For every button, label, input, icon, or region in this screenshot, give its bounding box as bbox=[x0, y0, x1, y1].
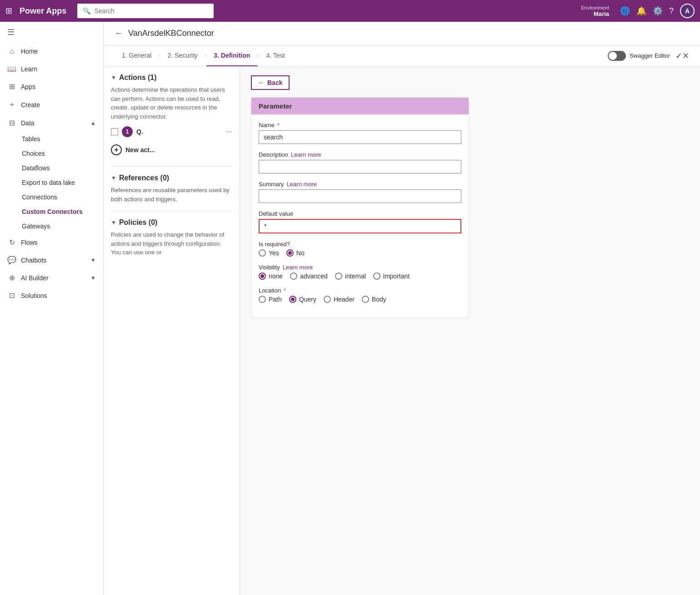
ai-builder-icon: ⊕ bbox=[7, 273, 16, 282]
sidebar-item-solutions[interactable]: ⊡ Solutions bbox=[0, 287, 103, 304]
action-checkbox[interactable] bbox=[111, 128, 118, 135]
env-label: Environment bbox=[581, 5, 609, 10]
visibility-none[interactable]: none bbox=[259, 273, 283, 280]
sidebar-item-choices[interactable]: Choices bbox=[15, 146, 103, 161]
visibility-radio-group: none advanced internal bbox=[259, 273, 461, 280]
location-path-circle bbox=[259, 296, 266, 303]
action-letter: Q. bbox=[136, 128, 143, 135]
sidebar-section-data[interactable]: ⊟ Data ▲ bbox=[0, 114, 103, 132]
action-more-dots[interactable]: ··· bbox=[226, 128, 232, 136]
grid-icon[interactable]: ⊞ bbox=[5, 6, 12, 16]
actions-collapse-icon[interactable]: ▼ bbox=[111, 74, 116, 81]
visibility-important-circle bbox=[373, 273, 380, 280]
visibility-internal[interactable]: internal bbox=[335, 273, 366, 280]
visibility-important[interactable]: important bbox=[373, 273, 410, 280]
visibility-learn-link[interactable]: Learn more bbox=[283, 264, 313, 271]
sidebar-item-home[interactable]: ⌂ Home bbox=[0, 43, 103, 60]
sidebar-item-tables[interactable]: Tables bbox=[15, 132, 103, 146]
location-path-label: Path bbox=[269, 296, 282, 303]
radio-no[interactable]: No bbox=[286, 249, 305, 257]
main-layout: ☰ ⌂ Home 📖 Learn ⊞ Apps ＋ Create ⊟ Data … bbox=[0, 22, 700, 595]
description-learn-link[interactable]: Learn more bbox=[291, 151, 321, 158]
radio-no-label: No bbox=[296, 249, 305, 257]
globe-icon[interactable]: 🌐 bbox=[620, 6, 630, 16]
references-title: References (0) bbox=[119, 174, 169, 182]
data-subitems: Tables Choices Dataflows Export to data … bbox=[0, 132, 103, 233]
new-action-button[interactable]: + New act... bbox=[111, 141, 232, 159]
location-body[interactable]: Body bbox=[362, 296, 386, 303]
environment-info: Environment Maria bbox=[581, 5, 609, 17]
settings-icon[interactable]: ⚙️ bbox=[653, 6, 663, 16]
back-icon[interactable]: ← bbox=[115, 29, 123, 38]
sidebar-item-connections[interactable]: Connections bbox=[15, 190, 103, 204]
tab-security[interactable]: 2. Security bbox=[160, 45, 205, 66]
apps-icon: ⊞ bbox=[7, 82, 16, 91]
avatar[interactable]: A bbox=[680, 4, 695, 18]
sidebar-section-ai-builder[interactable]: ⊕ AI Builder ▼ bbox=[0, 269, 103, 287]
location-radio-group: Path Query Header bbox=[259, 296, 461, 303]
sidebar-item-create[interactable]: ＋ Create bbox=[0, 95, 103, 114]
radio-yes-label: Yes bbox=[269, 249, 279, 257]
tab-security-label: 2. Security bbox=[168, 52, 198, 59]
sidebar-item-export[interactable]: Export to data lake bbox=[15, 175, 103, 190]
swagger-toggle-area: Swagger Editor bbox=[608, 51, 670, 61]
data-icon: ⊟ bbox=[7, 119, 16, 127]
policies-collapse-icon[interactable]: ▼ bbox=[111, 219, 116, 226]
description-input[interactable] bbox=[259, 160, 461, 174]
visibility-none-circle bbox=[259, 273, 266, 280]
location-path[interactable]: Path bbox=[259, 296, 282, 303]
save-check-icon[interactable]: ✓ bbox=[675, 51, 682, 61]
tabs-bar: 1. General › 2. Security › 3. Definition… bbox=[104, 45, 700, 66]
form-group-summary: Summary Learn more bbox=[259, 181, 461, 203]
back-btn-arrow: ← bbox=[258, 79, 265, 86]
references-collapse-icon[interactable]: ▼ bbox=[111, 175, 116, 181]
back-button[interactable]: ← Back bbox=[251, 75, 290, 90]
search-input[interactable] bbox=[94, 7, 208, 15]
data-expand-arrow: ▲ bbox=[90, 120, 96, 126]
sidebar-item-label-apps: Apps bbox=[21, 83, 35, 90]
policies-desc: Policies are used to change the behavior… bbox=[111, 230, 232, 257]
sidebar-item-dataflows[interactable]: Dataflows bbox=[15, 161, 103, 175]
summary-learn-link[interactable]: Learn more bbox=[287, 181, 317, 188]
chatbots-icon: 💬 bbox=[7, 256, 16, 264]
home-icon: ⌂ bbox=[7, 47, 16, 55]
is-required-label: Is required? bbox=[259, 241, 461, 248]
visibility-advanced-label: advanced bbox=[300, 273, 328, 280]
param-card-body: Name * Description Learn more bbox=[251, 114, 469, 317]
sidebar-item-label-data: Data bbox=[21, 119, 35, 127]
location-query[interactable]: Query bbox=[289, 296, 316, 303]
location-body-label: Body bbox=[372, 296, 386, 303]
location-header[interactable]: Header bbox=[324, 296, 355, 303]
section-divider-2 bbox=[111, 211, 232, 211]
tab-general[interactable]: 1. General bbox=[115, 45, 159, 66]
search-box[interactable]: 🔍 bbox=[77, 4, 214, 18]
radio-yes[interactable]: Yes bbox=[259, 249, 279, 257]
right-panel: ← Back Parameter Name * bbox=[240, 66, 700, 595]
visibility-internal-label: internal bbox=[345, 273, 366, 280]
notification-icon[interactable]: 🔔 bbox=[636, 6, 646, 16]
sidebar-item-custom-connectors[interactable]: Custom Connectors bbox=[15, 204, 103, 219]
radio-no-circle bbox=[286, 249, 294, 257]
visibility-advanced[interactable]: advanced bbox=[290, 273, 328, 280]
default-value-label: Default value bbox=[259, 210, 461, 217]
sidebar-item-gateways[interactable]: Gateways bbox=[15, 219, 103, 233]
main-content: ← VanArsdelKBConnector 1. General › 2. S… bbox=[104, 22, 700, 595]
tab-definition[interactable]: 3. Definition bbox=[206, 45, 257, 66]
summary-input[interactable] bbox=[259, 189, 461, 203]
name-input[interactable] bbox=[259, 130, 461, 144]
default-value-input[interactable] bbox=[259, 219, 461, 233]
swagger-toggle[interactable] bbox=[608, 51, 626, 61]
sidebar-item-flows[interactable]: ↻ Flows bbox=[0, 233, 103, 251]
parameter-card: Parameter Name * bbox=[251, 97, 469, 318]
sidebar-item-apps[interactable]: ⊞ Apps bbox=[0, 78, 103, 95]
sidebar-section-chatbots[interactable]: 💬 Chatbots ▼ bbox=[0, 251, 103, 269]
sidebar-item-learn[interactable]: 📖 Learn bbox=[0, 60, 103, 78]
sidebar-item-label-ai-builder: AI Builder bbox=[21, 274, 49, 282]
close-icon[interactable]: ✕ bbox=[682, 51, 689, 61]
tab-test[interactable]: 4. Test bbox=[259, 45, 292, 66]
form-group-default-value: Default value bbox=[259, 210, 461, 233]
help-icon[interactable]: ? bbox=[669, 6, 674, 16]
sidebar: ☰ ⌂ Home 📖 Learn ⊞ Apps ＋ Create ⊟ Data … bbox=[0, 22, 104, 595]
sidebar-toggle[interactable]: ☰ bbox=[0, 22, 103, 43]
description-label: Description Learn more bbox=[259, 151, 461, 158]
